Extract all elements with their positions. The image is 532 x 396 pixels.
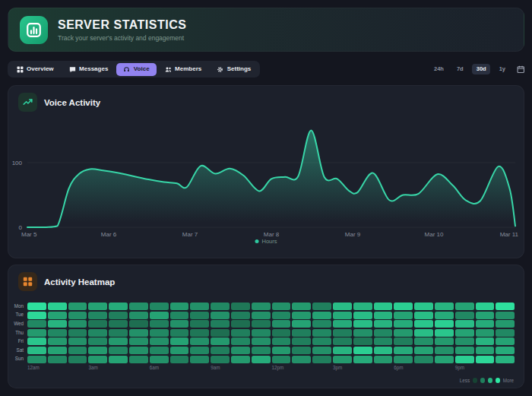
heatmap-cell [211,320,230,328]
heatmap-hour-label [312,366,331,370]
range-24h[interactable]: 24h [430,64,448,75]
heatmap-cell [211,347,230,354]
heatmap-cell [292,303,311,310]
legend-dot [255,239,258,243]
heatmap-cell [88,320,107,328]
heatmap-legend-more: More [503,378,514,383]
x-tick-label: Mar 10 [425,231,444,238]
heatmap-cell [170,337,189,345]
heatmap-hour-label [190,366,209,370]
heatmap-cell [394,320,413,328]
heatmap-cell [272,356,291,363]
heatmap-hour-label [170,366,189,370]
heatmap-day-label: Mon [13,304,26,309]
heatmap-day-label: Sat [13,348,26,353]
heatmap-cell [170,347,189,354]
heatmap-cell [190,303,209,310]
heatmap-cell [394,312,413,319]
heatmap-cell [48,347,67,354]
heatmap-cell [353,320,372,328]
heatmap-hour-label [292,366,311,370]
heatmap-row: Sat [13,347,515,354]
heatmap-cell [252,329,271,337]
heatmap-panel-title: Activity Heatmap [44,277,115,287]
gear-icon [217,66,223,73]
heatmap-cell [27,303,46,310]
heatmap-cell [272,347,291,354]
heatmap-hour-label [353,366,372,370]
heatmap-cell [48,356,67,363]
heatmap-cell [292,320,311,328]
heatmap-row: Mon [13,303,515,310]
heatmap-cell [129,312,148,319]
heatmap-cell [476,320,495,328]
calendar-button[interactable] [515,65,525,74]
page-title: SERVER STATISTICS [58,18,186,32]
tab-members[interactable]: Members [158,63,209,76]
range-30d[interactable]: 30d [472,64,490,75]
heatmap-cell [435,337,454,345]
heatmap-cell [252,303,271,310]
heatmap-cell [211,337,230,345]
heatmap-cell [312,356,331,363]
heatmap-cell [435,320,454,328]
heatmap-cell [496,303,515,310]
heatmap-cell [272,337,291,345]
heatmap-cell [129,320,148,328]
heatmap-cell [150,329,169,337]
heatmap-row: Sun [13,356,515,363]
heatmap-cell [190,329,209,337]
heatmap-cell [211,303,230,310]
heatmap-cell [414,303,433,310]
tab-messages[interactable]: Messages [62,63,116,76]
heatmap-cell [27,329,46,337]
x-tick-label: Mar 5 [21,231,37,238]
heatmap-day-label: Thu [13,331,26,335]
voice-panel-title: Voice Activity [44,98,100,107]
heatmap-cell [353,347,372,354]
y-tick-label: 0 [19,224,23,231]
heatmap-cell [48,329,67,337]
range-1y[interactable]: 1y [495,64,509,75]
bar-chart-icon [20,16,48,44]
heatmap-hour-label [129,366,148,370]
heatmap-cell [27,320,46,328]
heatmap-cell [190,347,209,354]
heatmap-cell [129,337,148,345]
tab-overview[interactable]: Overview [10,63,61,76]
heatmap-cell [312,303,331,310]
heatmap-cell [353,312,372,319]
heatmap-cell [333,337,352,345]
heatmap-cell [394,329,413,337]
heatmap-hour-label [374,366,393,370]
heatmap-hour-label [68,366,87,370]
heatmap-cell [88,303,107,310]
heatmap-cell [272,329,291,337]
heatmap-cell [353,329,372,337]
heatmap-cell [292,356,311,363]
message-icon [69,66,76,73]
tab-label: Voice [134,66,150,72]
heatmap-hour-label [414,366,433,370]
heatmap-cell [211,312,230,319]
voice-chart-area: 0100Mar 5Mar 6Mar 7Mar 8Mar 9Mar 10Mar 1… [8,116,524,250]
range-7d[interactable]: 7d [452,64,467,75]
tab-settings[interactable]: Settings [210,63,258,76]
heatmap-cell [231,356,250,363]
heatmap-cell [312,320,331,328]
heatmap-cell [435,347,454,354]
heatmap-cell [231,337,250,345]
heatmap-hour-label [252,366,271,370]
heatmap-day-label: Fri [13,339,26,344]
heatmap-cell [496,347,515,354]
tab-voice[interactable]: Voice [116,63,156,76]
heatmap-cell [211,356,230,363]
heatmap-cell [333,303,352,310]
heatmap-legend-level-dot [496,378,501,383]
heatmap-hour-axis: 12am3am6am9am12pm3pm6pm9pm [8,363,524,370]
heatmap-cell [353,337,372,345]
x-tick-label: Mar 7 [182,231,198,238]
heatmap-cell [231,347,250,354]
heatmap-cell [353,303,372,310]
heatmap-cell [150,312,169,319]
